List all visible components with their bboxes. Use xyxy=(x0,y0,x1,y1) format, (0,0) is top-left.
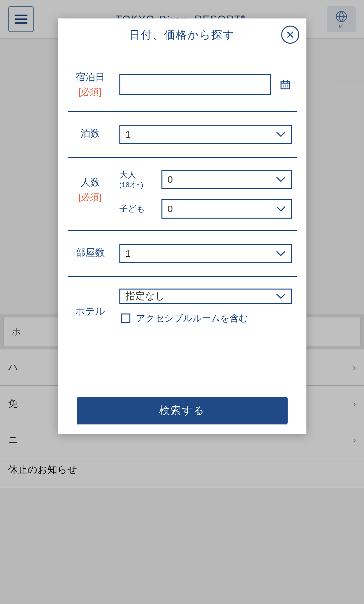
nights-select[interactable]: 1 xyxy=(119,125,292,144)
accessible-label: アクセシブルルームを含む xyxy=(136,312,248,325)
nights-row: 泊数 1 xyxy=(68,112,297,158)
modal-footer: 検索する xyxy=(58,390,306,434)
rooms-select[interactable]: 1 xyxy=(119,244,292,263)
hotel-row: ホテル 指定なし アクセシブルルームを含む xyxy=(68,277,297,336)
date-label: 宿泊日 xyxy=(68,71,113,84)
calendar-icon xyxy=(280,79,291,90)
child-label: 子ども xyxy=(119,203,155,214)
search-modal: 日付、価格から探す 宿泊日 [必須] xyxy=(58,18,306,434)
close-button[interactable] xyxy=(281,26,299,44)
child-select[interactable]: 0 xyxy=(161,199,292,219)
search-button[interactable]: 検索する xyxy=(77,397,288,424)
chevron-down-icon xyxy=(276,177,286,182)
chevron-down-icon xyxy=(276,206,286,212)
people-label: 人数 xyxy=(68,176,113,189)
modal-header: 日付、価格から探す xyxy=(58,18,306,51)
hotel-label: ホテル xyxy=(68,305,113,318)
accessible-checkbox-row[interactable]: アクセシブルルームを含む xyxy=(119,312,292,325)
chevron-down-icon xyxy=(276,251,286,256)
chevron-down-icon xyxy=(276,293,286,299)
modal-body: 宿泊日 [必須] 泊数 1 xyxy=(58,51,306,390)
checkbox-icon xyxy=(121,313,130,323)
adult-value: 0 xyxy=(168,174,173,185)
rooms-value: 1 xyxy=(126,248,131,259)
date-input[interactable] xyxy=(119,74,271,95)
people-row: 人数 [必須] 大人 (18才~) 0 xyxy=(68,158,297,231)
hotel-value: 指定なし xyxy=(126,290,165,303)
calendar-button[interactable] xyxy=(279,79,292,90)
modal-overlay: 日付、価格から探す 宿泊日 [必須] xyxy=(0,0,364,604)
date-row: 宿泊日 [必須] xyxy=(68,51,297,112)
chevron-down-icon xyxy=(276,131,286,137)
nights-value: 1 xyxy=(126,129,131,140)
adult-label: 大人 (18才~) xyxy=(119,169,155,189)
modal-title: 日付、価格から探す xyxy=(129,28,235,42)
required-badge: [必須] xyxy=(68,191,113,203)
nights-label: 泊数 xyxy=(68,127,113,140)
rooms-label: 部屋数 xyxy=(68,246,113,259)
rooms-row: 部屋数 1 xyxy=(68,231,297,277)
hotel-select[interactable]: 指定なし xyxy=(119,289,292,304)
child-value: 0 xyxy=(168,203,173,214)
adult-select[interactable]: 0 xyxy=(161,170,292,189)
close-icon xyxy=(286,30,294,39)
required-badge: [必須] xyxy=(68,86,113,98)
